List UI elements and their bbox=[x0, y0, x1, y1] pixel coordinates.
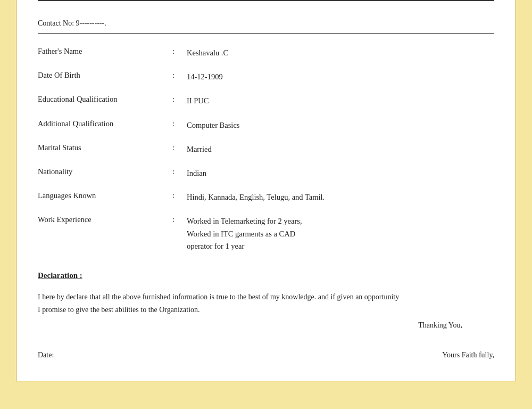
colon-dob: : bbox=[160, 71, 187, 80]
colon-add-qual: : bbox=[160, 119, 187, 128]
colon-work-exp: : bbox=[160, 215, 187, 224]
field-row-nationality: Nationality : Indian bbox=[38, 167, 494, 179]
value-fathers-name: Keshavalu .C bbox=[187, 47, 494, 59]
field-row-work-exp: Work Experience : Worked in Telemarketin… bbox=[38, 215, 494, 252]
fields-section: Father's Name : Keshavalu .C Date Of Bir… bbox=[38, 47, 494, 252]
colon-languages: : bbox=[160, 191, 187, 200]
label-edu-qual: Educational Qualification bbox=[38, 95, 160, 104]
colon-nationality: : bbox=[160, 167, 187, 176]
page-container: Contact No: 9----------. Father's Name :… bbox=[0, 0, 532, 409]
declaration-title: Declaration : bbox=[38, 271, 494, 280]
thanking-text: Thanking You, bbox=[418, 321, 462, 330]
contact-line: Contact No: 9----------. bbox=[38, 17, 494, 33]
label-work-exp: Work Experience bbox=[38, 215, 160, 224]
value-add-qual: Computer Basics bbox=[187, 119, 494, 132]
sign-label: Yours Faith fully, bbox=[442, 351, 494, 359]
field-row-languages: Languages Known : Hindi, Kannada, Englis… bbox=[38, 191, 494, 203]
declaration-section: Declaration : I here by declare that all… bbox=[38, 271, 494, 330]
label-languages: Languages Known bbox=[38, 191, 160, 200]
date-label: Date: bbox=[38, 351, 54, 359]
value-edu-qual: II PUC bbox=[187, 95, 494, 107]
footer-row: Date: Yours Faith fully, bbox=[38, 351, 494, 365]
label-marital: Marital Status bbox=[38, 143, 160, 152]
colon-marital: : bbox=[160, 143, 187, 152]
top-border bbox=[38, 0, 494, 1]
document: Contact No: 9----------. Father's Name :… bbox=[16, 0, 516, 381]
value-dob: 14-12-1909 bbox=[187, 71, 494, 83]
thanking-row: Thanking You, bbox=[38, 321, 494, 330]
label-add-qual: Additional Qualification bbox=[38, 119, 160, 128]
value-languages: Hindi, Kannada, English, Telugu, and Tam… bbox=[187, 191, 494, 203]
field-row-fathers-name: Father's Name : Keshavalu .C bbox=[38, 47, 494, 59]
value-marital: Married bbox=[187, 143, 494, 156]
label-fathers-name: Father's Name bbox=[38, 47, 160, 56]
field-row-edu-qual: Educational Qualification : II PUC bbox=[38, 95, 494, 107]
label-nationality: Nationality bbox=[38, 167, 160, 176]
declaration-text: I here by declare that all the above fur… bbox=[38, 291, 400, 316]
colon-fathers-name: : bbox=[160, 47, 187, 56]
label-dob: Date Of Birth bbox=[38, 71, 160, 80]
divider bbox=[38, 33, 494, 34]
value-work-exp: Worked in Telemarketing for 2 years,Work… bbox=[187, 215, 494, 252]
field-row-add-qual: Additional Qualification : Computer Basi… bbox=[38, 119, 494, 132]
field-row-marital: Marital Status : Married bbox=[38, 143, 494, 156]
field-row-dob: Date Of Birth : 14-12-1909 bbox=[38, 71, 494, 83]
colon-edu-qual: : bbox=[160, 95, 187, 104]
value-nationality: Indian bbox=[187, 167, 494, 179]
